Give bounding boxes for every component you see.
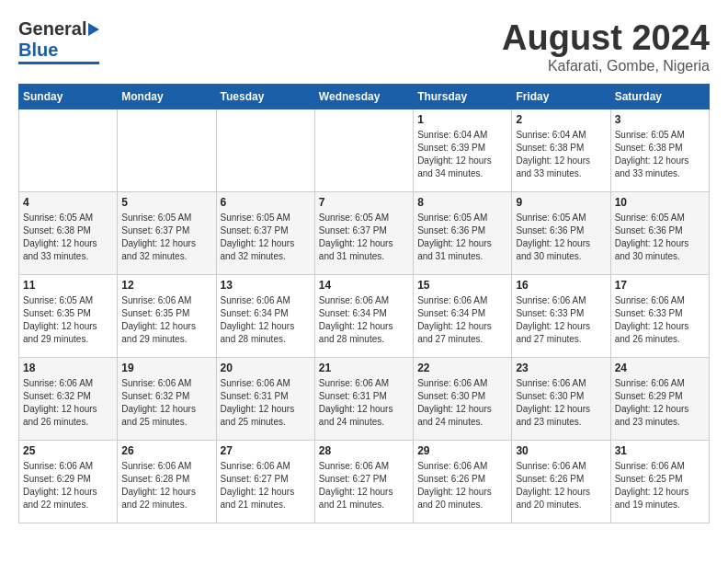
day-number: 26 xyxy=(121,444,211,457)
calendar-cell: 16Sunrise: 6:06 AM Sunset: 6:33 PM Dayli… xyxy=(512,275,610,358)
calendar-cell: 27Sunrise: 6:06 AM Sunset: 6:27 PM Dayli… xyxy=(216,441,314,523)
weekday-header-tuesday: Tuesday xyxy=(216,85,314,109)
day-number: 20 xyxy=(221,362,311,374)
day-number: 5 xyxy=(121,196,211,209)
day-number: 25 xyxy=(23,444,113,457)
calendar-cell: 2Sunrise: 6:04 AM Sunset: 6:38 PM Daylig… xyxy=(512,109,610,192)
calendar-cell: 6Sunrise: 6:05 AM Sunset: 6:37 PM Daylig… xyxy=(216,192,314,275)
calendar-cell: 22Sunrise: 6:06 AM Sunset: 6:30 PM Dayli… xyxy=(414,358,512,441)
day-number: 11 xyxy=(23,279,113,292)
calendar-cell xyxy=(19,109,118,192)
day-info: Sunrise: 6:06 AM Sunset: 6:29 PM Dayligh… xyxy=(615,377,705,429)
header: General Blue August 2024 Kafarati, Gombe… xyxy=(18,18,710,75)
weekday-header-saturday: Saturday xyxy=(610,85,709,109)
day-info: Sunrise: 6:06 AM Sunset: 6:25 PM Dayligh… xyxy=(615,460,705,511)
day-number: 15 xyxy=(417,279,507,292)
calendar-cell xyxy=(314,109,413,192)
day-info: Sunrise: 6:04 AM Sunset: 6:38 PM Dayligh… xyxy=(516,129,606,180)
calendar-cell: 30Sunrise: 6:06 AM Sunset: 6:26 PM Dayli… xyxy=(512,441,610,523)
day-number: 29 xyxy=(417,444,507,457)
day-info: Sunrise: 6:06 AM Sunset: 6:27 PM Dayligh… xyxy=(221,460,311,511)
day-info: Sunrise: 6:06 AM Sunset: 6:34 PM Dayligh… xyxy=(417,294,507,346)
page-subtitle: Kafarati, Gombe, Nigeria xyxy=(502,58,710,75)
calendar-cell: 28Sunrise: 6:06 AM Sunset: 6:27 PM Dayli… xyxy=(314,441,413,523)
day-number: 4 xyxy=(23,196,113,209)
page-title: August 2024 xyxy=(502,18,710,58)
day-number: 16 xyxy=(516,279,606,292)
calendar-cell: 26Sunrise: 6:06 AM Sunset: 6:28 PM Dayli… xyxy=(118,441,216,523)
calendar-cell: 9Sunrise: 6:05 AM Sunset: 6:36 PM Daylig… xyxy=(512,192,610,275)
day-info: Sunrise: 6:06 AM Sunset: 6:30 PM Dayligh… xyxy=(516,377,606,429)
calendar-cell: 19Sunrise: 6:06 AM Sunset: 6:32 PM Dayli… xyxy=(118,358,216,441)
day-info: Sunrise: 6:05 AM Sunset: 6:37 PM Dayligh… xyxy=(121,212,211,263)
logo-general: General xyxy=(18,18,86,40)
calendar-cell: 3Sunrise: 6:05 AM Sunset: 6:38 PM Daylig… xyxy=(610,109,709,192)
logo-underline xyxy=(18,62,99,64)
calendar-cell: 1Sunrise: 6:04 AM Sunset: 6:39 PM Daylig… xyxy=(414,109,512,192)
weekday-header-monday: Monday xyxy=(118,85,216,109)
calendar-cell: 23Sunrise: 6:06 AM Sunset: 6:30 PM Dayli… xyxy=(512,358,610,441)
calendar-cell: 29Sunrise: 6:06 AM Sunset: 6:26 PM Dayli… xyxy=(414,441,512,523)
calendar-cell: 14Sunrise: 6:06 AM Sunset: 6:34 PM Dayli… xyxy=(314,275,413,358)
logo-arrow-icon xyxy=(88,23,99,36)
calendar-cell: 4Sunrise: 6:05 AM Sunset: 6:38 PM Daylig… xyxy=(19,192,118,275)
calendar-cell: 12Sunrise: 6:06 AM Sunset: 6:35 PM Dayli… xyxy=(118,275,216,358)
calendar-cell xyxy=(216,109,314,192)
calendar-table: SundayMondayTuesdayWednesdayThursdayFrid… xyxy=(18,84,710,523)
day-number: 30 xyxy=(516,444,606,457)
day-number: 23 xyxy=(516,362,606,374)
day-number: 12 xyxy=(121,279,211,292)
calendar-cell: 25Sunrise: 6:06 AM Sunset: 6:29 PM Dayli… xyxy=(19,441,118,523)
day-info: Sunrise: 6:06 AM Sunset: 6:26 PM Dayligh… xyxy=(516,460,606,511)
day-info: Sunrise: 6:05 AM Sunset: 6:38 PM Dayligh… xyxy=(615,129,705,180)
day-number: 6 xyxy=(221,196,311,209)
day-info: Sunrise: 6:05 AM Sunset: 6:37 PM Dayligh… xyxy=(221,212,311,263)
calendar-cell xyxy=(118,109,216,192)
day-info: Sunrise: 6:06 AM Sunset: 6:29 PM Dayligh… xyxy=(23,460,113,511)
day-info: Sunrise: 6:06 AM Sunset: 6:28 PM Dayligh… xyxy=(121,460,211,511)
logo-blue: Blue xyxy=(18,40,58,61)
day-info: Sunrise: 6:06 AM Sunset: 6:30 PM Dayligh… xyxy=(417,377,507,429)
day-number: 9 xyxy=(516,196,606,209)
day-number: 7 xyxy=(319,196,409,209)
day-info: Sunrise: 6:06 AM Sunset: 6:33 PM Dayligh… xyxy=(615,294,705,346)
calendar-cell: 15Sunrise: 6:06 AM Sunset: 6:34 PM Dayli… xyxy=(414,275,512,358)
day-info: Sunrise: 6:06 AM Sunset: 6:26 PM Dayligh… xyxy=(417,460,507,511)
calendar-cell: 11Sunrise: 6:05 AM Sunset: 6:35 PM Dayli… xyxy=(19,275,118,358)
day-info: Sunrise: 6:06 AM Sunset: 6:34 PM Dayligh… xyxy=(221,294,311,346)
logo: General Blue xyxy=(18,18,99,64)
calendar-cell: 17Sunrise: 6:06 AM Sunset: 6:33 PM Dayli… xyxy=(610,275,709,358)
day-info: Sunrise: 6:05 AM Sunset: 6:38 PM Dayligh… xyxy=(23,212,113,263)
day-info: Sunrise: 6:06 AM Sunset: 6:32 PM Dayligh… xyxy=(23,377,113,429)
title-area: August 2024 Kafarati, Gombe, Nigeria xyxy=(502,18,710,75)
day-number: 3 xyxy=(615,113,705,126)
day-info: Sunrise: 6:06 AM Sunset: 6:31 PM Dayligh… xyxy=(221,377,311,429)
day-number: 24 xyxy=(615,362,705,374)
calendar-cell: 20Sunrise: 6:06 AM Sunset: 6:31 PM Dayli… xyxy=(216,358,314,441)
day-info: Sunrise: 6:06 AM Sunset: 6:34 PM Dayligh… xyxy=(319,294,409,346)
calendar-cell: 31Sunrise: 6:06 AM Sunset: 6:25 PM Dayli… xyxy=(610,441,709,523)
day-number: 21 xyxy=(319,362,409,374)
day-info: Sunrise: 6:05 AM Sunset: 6:35 PM Dayligh… xyxy=(23,294,113,346)
day-info: Sunrise: 6:05 AM Sunset: 6:36 PM Dayligh… xyxy=(417,212,507,263)
day-number: 2 xyxy=(516,113,606,126)
day-info: Sunrise: 6:05 AM Sunset: 6:36 PM Dayligh… xyxy=(516,212,606,263)
calendar-cell: 8Sunrise: 6:05 AM Sunset: 6:36 PM Daylig… xyxy=(414,192,512,275)
calendar-cell: 7Sunrise: 6:05 AM Sunset: 6:37 PM Daylig… xyxy=(314,192,413,275)
weekday-header-friday: Friday xyxy=(512,85,610,109)
day-number: 10 xyxy=(615,196,705,209)
day-number: 19 xyxy=(121,362,211,374)
day-info: Sunrise: 6:06 AM Sunset: 6:35 PM Dayligh… xyxy=(121,294,211,346)
day-info: Sunrise: 6:05 AM Sunset: 6:36 PM Dayligh… xyxy=(615,212,705,263)
day-number: 17 xyxy=(615,279,705,292)
calendar-cell: 18Sunrise: 6:06 AM Sunset: 6:32 PM Dayli… xyxy=(19,358,118,441)
day-info: Sunrise: 6:06 AM Sunset: 6:33 PM Dayligh… xyxy=(516,294,606,346)
calendar-cell: 13Sunrise: 6:06 AM Sunset: 6:34 PM Dayli… xyxy=(216,275,314,358)
day-info: Sunrise: 6:06 AM Sunset: 6:31 PM Dayligh… xyxy=(319,377,409,429)
weekday-header-sunday: Sunday xyxy=(19,85,118,109)
calendar-cell: 24Sunrise: 6:06 AM Sunset: 6:29 PM Dayli… xyxy=(610,358,709,441)
day-info: Sunrise: 6:05 AM Sunset: 6:37 PM Dayligh… xyxy=(319,212,409,263)
calendar-cell: 21Sunrise: 6:06 AM Sunset: 6:31 PM Dayli… xyxy=(314,358,413,441)
calendar-cell: 5Sunrise: 6:05 AM Sunset: 6:37 PM Daylig… xyxy=(118,192,216,275)
weekday-header-thursday: Thursday xyxy=(414,85,512,109)
